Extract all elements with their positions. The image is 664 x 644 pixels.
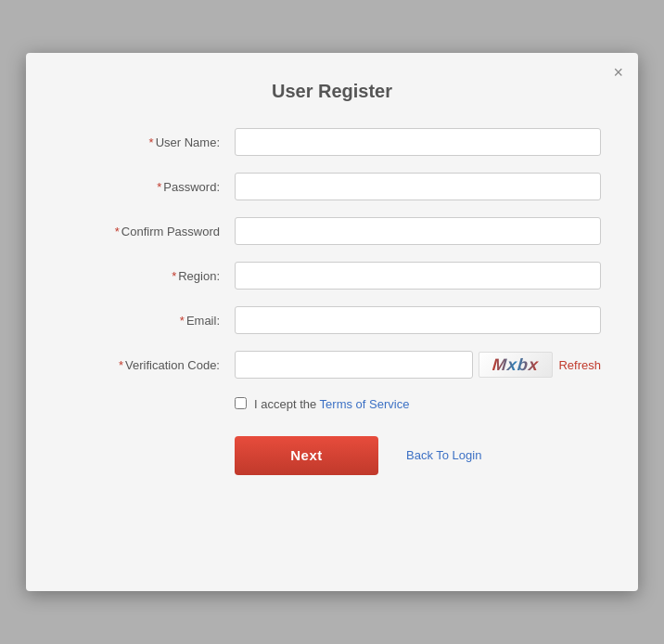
confirm-password-label: *Confirm Password [63,225,235,238]
confirm-password-input[interactable] [235,217,601,245]
username-required: * [149,135,154,149]
region-row: *Region: [63,262,601,290]
region-label: *Region: [63,269,235,283]
verification-code-input[interactable] [235,351,473,379]
dialog-title: User Register [63,81,601,102]
email-required: * [180,314,185,328]
verification-code-label: *Verification Code: [63,358,235,372]
register-dialog: × User Register *User Name: *Password: *… [26,53,638,591]
next-button[interactable]: Next [235,436,378,475]
email-label: *Email: [63,314,235,328]
verification-code-row: *Verification Code: Mxbx Refresh [63,351,601,379]
captcha-text: Mxbx [492,355,541,375]
accept-text: I accept the [254,397,316,411]
region-input[interactable] [235,262,601,290]
captcha-image[interactable]: Mxbx [479,352,553,378]
confirm-password-row: *Confirm Password [63,217,601,245]
verification-required: * [119,358,123,372]
password-label: *Password: [63,180,235,194]
terms-checkbox[interactable] [235,397,247,409]
back-to-login-link[interactable]: Back To Login [406,448,481,462]
region-required: * [172,269,176,283]
username-input[interactable] [235,128,601,156]
password-input[interactable] [235,173,601,200]
verification-input-wrap: Mxbx Refresh [235,351,601,379]
password-row: *Password: [63,173,601,200]
terms-of-service-link[interactable]: Terms of Service [320,397,410,411]
username-label: *User Name: [63,135,235,149]
email-input[interactable] [235,306,601,334]
refresh-captcha-link[interactable]: Refresh [558,358,601,372]
close-button[interactable]: × [613,64,623,81]
buttons-row: Next Back To Login [235,436,601,475]
confirm-password-required: * [115,225,120,238]
username-row: *User Name: [63,128,601,156]
password-required: * [157,180,161,194]
email-row: *Email: [63,306,601,334]
terms-row: I accept the Terms of Service [235,395,601,414]
terms-text: I accept the Terms of Service [254,395,409,414]
